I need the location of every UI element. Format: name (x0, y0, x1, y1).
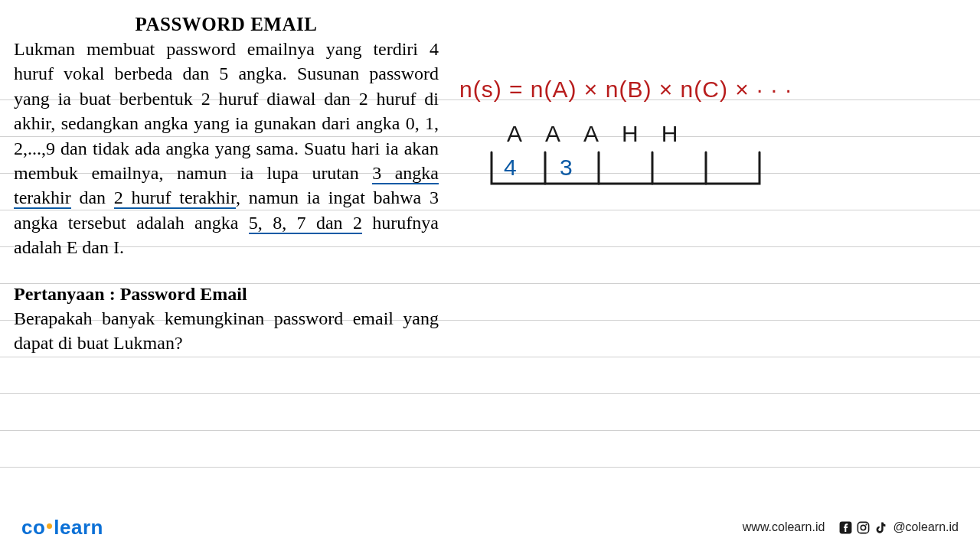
formula: n(s) = n(A) × n(B) × n(C) × · · · (459, 77, 965, 103)
num-2: 3 (560, 155, 573, 181)
instagram-icon (856, 520, 871, 535)
num-1: 4 (504, 155, 517, 181)
label-H: H (622, 121, 662, 146)
underline-2: 2 huruf terakhir (114, 187, 236, 209)
para-segment: Lukman membuat password emailnya yang te… (14, 39, 439, 183)
underline-3: 5, 8, 7 dan 2 (249, 213, 362, 234)
footer-right: www.colearn.id @colearn.id (743, 520, 959, 535)
svg-rect-5 (858, 522, 869, 533)
question-label: Pertanyaan (14, 284, 105, 304)
label-A: A (507, 121, 545, 146)
handwriting-area: n(s) = n(A) × n(B) × n(C) × · · · AAAHH … (459, 77, 965, 276)
question-body: Berapakah banyak kemungkinan password em… (14, 306, 439, 356)
brand-logo: colearn (21, 516, 103, 540)
svg-point-6 (861, 525, 866, 530)
label-H: H (662, 121, 701, 146)
facebook-icon (838, 520, 853, 535)
logo-dot-icon (47, 523, 52, 529)
question-sep: : (105, 284, 120, 304)
problem-title: PASSWORD EMAIL (51, 14, 403, 35)
footer: colearn www.colearn.id @colearn.id (0, 511, 980, 551)
label-A: A (583, 121, 622, 146)
social-handle: @colearn.id (893, 520, 959, 534)
svg-point-7 (866, 523, 867, 525)
problem-text: PASSWORD EMAIL Lukman membuat password e… (14, 14, 439, 356)
logo-text-left: co (21, 516, 45, 539)
social-group: @colearn.id (838, 520, 959, 535)
logo-text-right: learn (54, 516, 103, 539)
social-icons (838, 520, 888, 535)
question-block: Pertanyaan : Password Email Berapakah ba… (14, 282, 439, 356)
label-A: A (545, 121, 583, 146)
question-title: Password Email (120, 284, 247, 304)
para-segment: dan (71, 187, 114, 207)
footer-url: www.colearn.id (743, 520, 825, 534)
slot-numbers: 4 3 (504, 155, 573, 181)
slot-labels: AAAHH (507, 121, 701, 147)
problem-body: Lukman membuat password emailnya yang te… (14, 37, 439, 260)
tiktok-icon (874, 520, 888, 535)
